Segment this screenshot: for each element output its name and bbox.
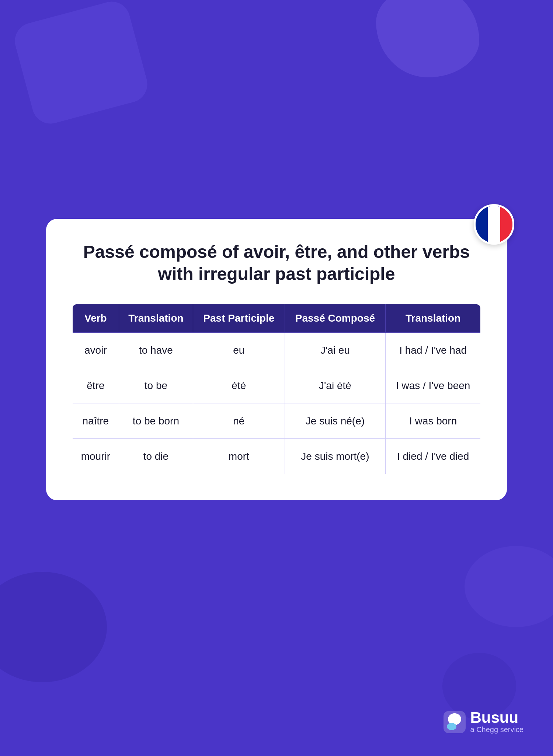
cell-translation-2: I had / I've had	[386, 332, 481, 368]
busuu-subtitle: a Chegg service	[470, 725, 524, 734]
cell-verb: mourir	[72, 439, 119, 475]
table-row: naîtreto be bornnéJe suis né(e)I was bor…	[72, 403, 481, 439]
table-row: avoirto haveeuJ'ai euI had / I've had	[72, 332, 481, 368]
cell-translation-2: I died / I've died	[386, 439, 481, 475]
busuu-name: Busuu	[470, 710, 524, 725]
flag-white-stripe	[488, 206, 500, 243]
cell-translation-1: to be born	[119, 403, 193, 439]
cell-verb: être	[72, 368, 119, 403]
cell-past-participle: eu	[193, 332, 285, 368]
background-shape-4	[465, 546, 553, 627]
cell-translation-2: I was / I've been	[386, 368, 481, 403]
cell-translation-1: to be	[119, 368, 193, 403]
flag-blue-stripe	[476, 206, 488, 243]
cell-passe-compose: J'ai été	[285, 368, 386, 403]
background-shape-2	[376, 0, 479, 77]
background-shape-3	[0, 572, 107, 682]
vocabulary-table: Verb Translation Past Participle Passé C…	[72, 304, 481, 475]
cell-translation-1: to die	[119, 439, 193, 475]
cell-verb: avoir	[72, 332, 119, 368]
cell-translation-2: I was born	[386, 403, 481, 439]
busuu-text-group: Busuu a Chegg service	[470, 710, 524, 734]
main-card: Passé composé of avoir, être, and other …	[46, 219, 507, 501]
table-header-row: Verb Translation Past Participle Passé C…	[72, 304, 481, 333]
french-flag-icon	[474, 204, 514, 245]
svg-point-2	[447, 723, 456, 730]
cell-past-participle: été	[193, 368, 285, 403]
header-verb: Verb	[72, 304, 119, 333]
cell-translation-1: to have	[119, 332, 193, 368]
background-shape-1	[11, 0, 152, 128]
busuu-icon	[444, 711, 466, 733]
cell-past-participle: mort	[193, 439, 285, 475]
cell-passe-compose: Je suis mort(e)	[285, 439, 386, 475]
busuu-logo: Busuu a Chegg service	[444, 710, 524, 734]
table-row: êtreto beétéJ'ai étéI was / I've been	[72, 368, 481, 403]
flag-red-stripe	[500, 206, 512, 243]
header-translation-1: Translation	[119, 304, 193, 333]
table-row: mourirto diemortJe suis mort(e)I died / …	[72, 439, 481, 475]
cell-past-participle: né	[193, 403, 285, 439]
cell-passe-compose: Je suis né(e)	[285, 403, 386, 439]
card-title: Passé composé of avoir, être, and other …	[72, 241, 481, 285]
header-translation-2: Translation	[386, 304, 481, 333]
header-passe-compose: Passé Composé	[285, 304, 386, 333]
header-past-participle: Past Participle	[193, 304, 285, 333]
cell-passe-compose: J'ai eu	[285, 332, 386, 368]
cell-verb: naître	[72, 403, 119, 439]
